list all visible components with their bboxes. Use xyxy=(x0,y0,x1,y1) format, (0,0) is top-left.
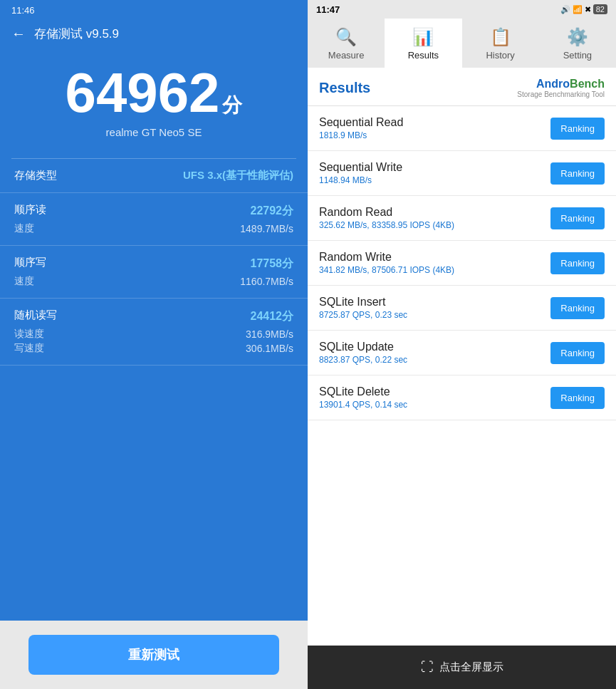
tab-setting-label: Setting xyxy=(563,50,592,61)
benchmark-item-rand-read: Random Read 325.62 MB/s, 83358.95 IOPS (… xyxy=(308,196,616,241)
random-write-label: 写速度 xyxy=(14,342,44,355)
right-time: 11:47 xyxy=(316,4,340,15)
seq-write-info: Sequential Write 1148.94 MB/s xyxy=(319,161,550,185)
sqlite-update-detail: 8823.87 QPS, 0.22 sec xyxy=(319,355,550,365)
androbench-logo: AndroBench Storage Benchmarking Tool xyxy=(517,78,605,98)
seq-write-name: Sequential Write xyxy=(319,161,550,174)
seq-read-detail: 1818.9 MB/s xyxy=(319,130,550,140)
results-title: Results xyxy=(319,80,370,96)
random-write-value: 306.1MB/s xyxy=(246,343,293,354)
random-rw-group: 随机读写 24412分 读速度 316.9MB/s 写速度 306.1MB/s xyxy=(0,299,308,366)
tab-measure[interactable]: 🔍 Measure xyxy=(308,19,385,68)
status-icons: 🔊 📶 ✖ 82 xyxy=(560,4,607,14)
rand-write-name: Random Write xyxy=(319,251,550,264)
sqlite-update-ranking-button[interactable]: Ranking xyxy=(550,342,605,364)
tab-setting[interactable]: ⚙️ Setting xyxy=(539,19,616,68)
sqlite-insert-ranking-button[interactable]: Ranking xyxy=(550,297,605,319)
setting-icon: ⚙️ xyxy=(567,27,588,47)
tab-history-label: History xyxy=(486,50,514,61)
measure-icon: 🔍 xyxy=(335,27,357,47)
nav-tabs: 🔍 Measure 📊 Results 📋 History ⚙️ Setting xyxy=(308,19,616,68)
benchmark-item-sqlite-insert: SQLite Insert 8725.87 QPS, 0.23 sec Rank… xyxy=(308,286,616,331)
tab-results-label: Results xyxy=(408,50,439,61)
seq-write-label: 顺序写 xyxy=(14,256,46,269)
seq-read-speed-label: 速度 xyxy=(14,222,34,235)
storage-type-value: UFS 3.x(基于性能评估) xyxy=(183,169,293,182)
seq-read-info: Sequential Read 1818.9 MB/s xyxy=(319,116,550,140)
tab-measure-label: Measure xyxy=(328,50,365,61)
tab-history[interactable]: 📋 History xyxy=(462,19,539,68)
benchmark-item-seq-read: Sequential Read 1818.9 MB/s Ranking xyxy=(308,106,616,151)
score-section: 64962 分 realme GT Neo5 SE xyxy=(0,51,308,145)
sqlite-insert-info: SQLite Insert 8725.87 QPS, 0.23 sec xyxy=(319,296,550,320)
total-score: 64962 xyxy=(66,65,220,120)
seq-read-name: Sequential Read xyxy=(319,116,550,129)
random-read-value: 316.9MB/s xyxy=(246,328,293,340)
device-name: realme GT Neo5 SE xyxy=(106,126,202,138)
rand-write-detail: 341.82 MB/s, 87506.71 IOPS (4KB) xyxy=(319,265,550,275)
rand-read-name: Random Read xyxy=(319,206,550,219)
tab-results[interactable]: 📊 Results xyxy=(385,19,461,68)
storage-type-row: 存储类型 UFS 3.x(基于性能评估) xyxy=(0,159,308,193)
left-title: 存储测试 v9.5.9 xyxy=(34,26,119,42)
random-read-label: 读速度 xyxy=(14,328,44,341)
left-header: ← 存储测试 v9.5.9 xyxy=(0,20,308,51)
sqlite-insert-detail: 8725.87 QPS, 0.23 sec xyxy=(319,310,550,320)
score-unit: 分 xyxy=(222,92,242,119)
seq-read-speed: 1489.7MB/s xyxy=(240,223,293,234)
seq-read-label: 顺序读 xyxy=(14,203,46,217)
random-rw-label: 随机读写 xyxy=(14,309,57,322)
fullscreen-icon: ⛶ xyxy=(421,660,434,675)
left-time: 11:46 xyxy=(11,5,35,16)
random-rw-score: 24412分 xyxy=(251,309,294,324)
left-panel: 11:46 ← 存储测试 v9.5.9 64962 分 realme GT Ne… xyxy=(0,0,308,689)
rand-write-ranking-button[interactable]: Ranking xyxy=(550,252,605,274)
results-icon: 📊 xyxy=(412,27,434,47)
sqlite-update-name: SQLite Update xyxy=(319,341,550,353)
seq-read-score: 22792分 xyxy=(251,204,294,219)
results-header: Results AndroBench Storage Benchmarking … xyxy=(308,68,616,106)
seq-write-ranking-button[interactable]: Ranking xyxy=(550,162,605,185)
seq-write-score: 17758分 xyxy=(251,257,294,271)
fullscreen-text: 点击全屏显示 xyxy=(439,660,503,674)
seq-write-detail: 1148.94 MB/s xyxy=(319,175,550,185)
seq-write-speed: 1160.7MB/s xyxy=(240,276,293,287)
back-button[interactable]: ← xyxy=(11,26,26,42)
benchmark-list: Sequential Read 1818.9 MB/s Ranking Sequ… xyxy=(308,106,616,646)
benchmark-item-sqlite-update: SQLite Update 8823.87 QPS, 0.22 sec Rank… xyxy=(308,331,616,375)
seq-write-speed-label: 速度 xyxy=(14,275,34,288)
history-icon: 📋 xyxy=(490,27,511,47)
left-status-bar: 11:46 xyxy=(0,0,308,20)
fullscreen-bar[interactable]: ⛶ 点击全屏显示 xyxy=(308,646,616,689)
benchmark-item-seq-write: Sequential Write 1148.94 MB/s Ranking xyxy=(308,151,616,196)
sequential-read-group: 顺序读 22792分 速度 1489.7MB/s xyxy=(0,193,308,246)
rand-read-info: Random Read 325.62 MB/s, 83358.95 IOPS (… xyxy=(319,206,550,230)
benchmark-item-rand-write: Random Write 341.82 MB/s, 87506.71 IOPS … xyxy=(308,241,616,286)
sqlite-update-info: SQLite Update 8823.87 QPS, 0.22 sec xyxy=(319,341,550,365)
benchmark-item-sqlite-delete: SQLite Delete 13901.4 QPS, 0.14 sec Rank… xyxy=(308,375,616,420)
sequential-write-group: 顺序写 17758分 速度 1160.7MB/s xyxy=(0,246,308,299)
sqlite-delete-ranking-button[interactable]: Ranking xyxy=(550,387,605,409)
sqlite-delete-detail: 13901.4 QPS, 0.14 sec xyxy=(319,400,550,410)
bottom-button-area: 重新测试 xyxy=(0,621,308,689)
storage-type-label: 存储类型 xyxy=(14,169,57,182)
logo-sub: Storage Benchmarking Tool xyxy=(517,90,605,98)
rand-read-detail: 325.62 MB/s, 83358.95 IOPS (4KB) xyxy=(319,220,550,230)
rand-read-ranking-button[interactable]: Ranking xyxy=(550,207,605,229)
sqlite-delete-info: SQLite Delete 13901.4 QPS, 0.14 sec xyxy=(319,385,550,410)
sqlite-insert-name: SQLite Insert xyxy=(319,296,550,309)
rand-write-info: Random Write 341.82 MB/s, 87506.71 IOPS … xyxy=(319,251,550,275)
seq-read-ranking-button[interactable]: Ranking xyxy=(550,118,605,140)
sqlite-delete-name: SQLite Delete xyxy=(319,385,550,398)
retest-button[interactable]: 重新测试 xyxy=(28,635,279,675)
right-panel: 11:47 🔊 📶 ✖ 82 🔍 Measure 📊 Results 📋 His… xyxy=(308,0,616,689)
logo-text: AndroBench xyxy=(536,78,605,90)
